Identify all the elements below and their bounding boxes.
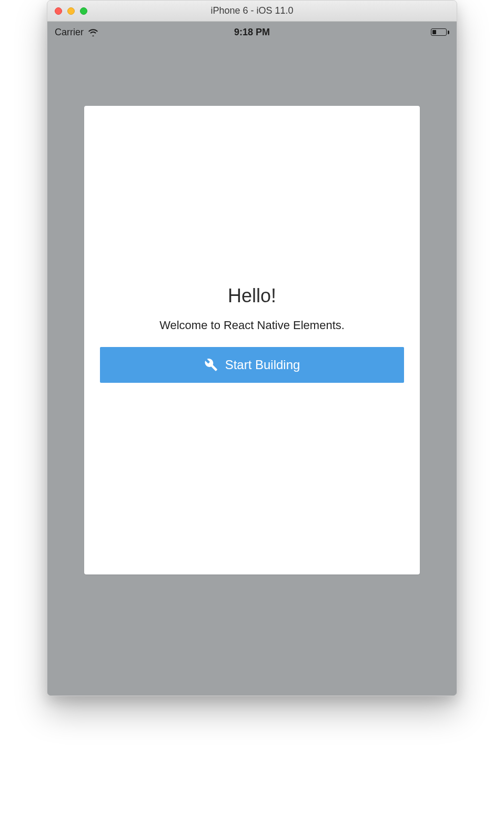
- app-background: Hello! Welcome to React Native Elements.…: [47, 43, 457, 696]
- card-subtitle: Welcome to React Native Elements.: [100, 319, 404, 332]
- window-titlebar: iPhone 6 - iOS 11.0: [47, 1, 457, 22]
- welcome-card: Hello! Welcome to React Native Elements.…: [84, 106, 420, 574]
- status-bar: Carrier 9:18 PM: [47, 22, 457, 43]
- status-left: Carrier: [55, 27, 98, 38]
- button-label: Start Building: [225, 358, 300, 372]
- simulator-window: iPhone 6 - iOS 11.0 Carrier 9:18 PM: [47, 0, 457, 696]
- wrench-icon: [204, 358, 218, 372]
- card-title: Hello!: [100, 285, 404, 307]
- device-screen: Carrier 9:18 PM: [47, 22, 457, 696]
- window-title: iPhone 6 - iOS 11.0: [47, 5, 457, 16]
- start-building-button[interactable]: Start Building: [100, 347, 404, 383]
- battery-icon: [431, 28, 449, 36]
- clock: 9:18 PM: [55, 27, 449, 38]
- carrier-label: Carrier: [55, 27, 84, 38]
- wifi-icon: [88, 28, 98, 36]
